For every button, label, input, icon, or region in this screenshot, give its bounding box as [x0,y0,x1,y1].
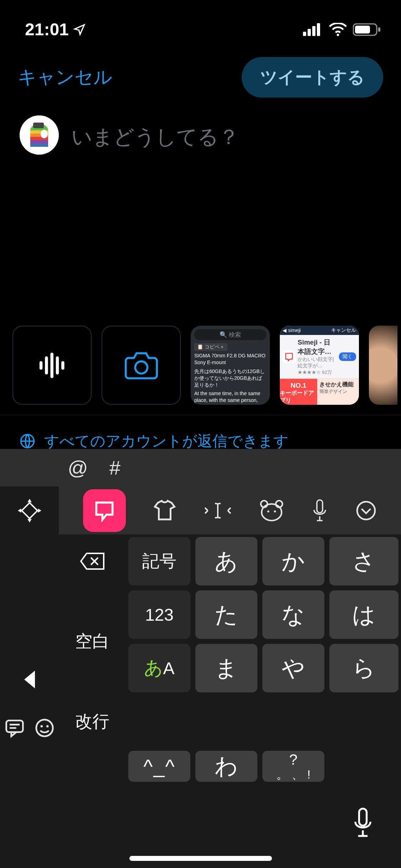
key-language[interactable]: あA [128,644,190,692]
home-indicator[interactable] [129,856,272,861]
avatar[interactable] [20,115,59,155]
key-wa[interactable]: わ [195,751,257,782]
key-space[interactable]: 空白 [59,588,126,695]
key-na[interactable]: な [262,590,324,639]
key-blank [61,751,123,782]
bear-icon[interactable] [259,500,284,522]
compose-placeholder: いまどうしてる？ [71,115,239,155]
svg-point-4 [337,33,339,36]
key-ra[interactable]: ら [329,644,399,692]
svg-rect-0 [303,32,306,36]
thumb-line: At the same time, in the same place, wit… [194,390,266,405]
key-123[interactable]: 123 [128,590,190,639]
simeji-app-icon [283,350,295,363]
chevron-down-circle-icon[interactable] [355,500,377,521]
key-ta[interactable]: た [195,590,257,639]
media-thumbnail-2[interactable]: ◀ simeji キャンセル Simeji - 日本語文字… かわいい顔文字|絵… [280,326,359,405]
svg-point-14 [41,130,48,138]
triangle-left-icon[interactable] [21,669,38,690]
thumb2-body: NO.1 キーボードアプリ きせかえ機能 簡単デザイン [280,379,359,405]
keyboard-tool-search[interactable] [83,489,126,532]
svg-rect-19 [56,356,59,374]
keyboard-cursor-nav[interactable] [0,497,59,525]
svg-rect-16 [39,361,42,370]
key-ka[interactable]: か [262,537,324,585]
svg-point-21 [135,361,147,373]
key-a[interactable]: あ [195,537,257,585]
open-badge: 開く [339,352,356,361]
wifi-icon [329,23,347,36]
key-symbols[interactable]: 記号 [128,537,190,585]
backspace-icon [79,552,105,570]
svg-rect-6 [355,26,370,33]
svg-point-38 [40,725,43,728]
camera-icon [124,348,158,382]
media-thumbnail-1[interactable]: 🔍 検索 📋 コピペ＋ SIGMA 70mm F2.8 DG MACRO Son… [191,326,270,405]
compose-area[interactable]: いまどうしてる？ [0,112,401,158]
media-row: 🔍 検索 📋 コピペ＋ SIGMA 70mm F2.8 DG MACRO Son… [0,326,401,415]
svg-rect-3 [317,23,320,36]
spaces-icon [37,350,67,381]
svg-rect-12 [30,140,48,143]
key-ya[interactable]: や [262,644,324,692]
spaces-button[interactable] [12,326,92,405]
globe-icon [20,433,35,449]
suggestion-at[interactable]: @ [68,456,88,479]
svg-point-37 [36,720,53,737]
key-sa[interactable]: さ [329,537,399,585]
keyboard-grid: 記号 あ か さ 123 た な は 空白 あA ま や ら ^_^ わ ? 。… [0,534,401,784]
microphone-icon[interactable] [311,498,328,523]
emoji-face-icon[interactable] [35,718,55,738]
svg-point-35 [357,502,375,520]
status-left: 21:01 [25,20,86,39]
svg-point-31 [262,504,282,521]
dictation-icon[interactable] [351,807,374,839]
keyboard-bottom-bar [0,784,401,868]
keyboard-left-panel [0,534,59,748]
key-backspace[interactable] [59,534,126,588]
status-right [303,23,381,36]
tweet-button[interactable]: ツイートする [242,57,383,98]
tshirt-icon[interactable] [153,499,176,522]
status-time: 21:01 [25,20,69,39]
cellular-icon [303,23,323,36]
thumb2-header: Simeji - 日本語文字… かわいい顔文字|絵文字が… ★★★★☆ 62万 … [280,335,359,379]
thumb-line: SIGMA 70mm F2.8 DG MACRO Sony E-mount [194,352,266,366]
cursor-diamond-icon [16,497,43,525]
keyboard-chat-icon[interactable] [5,718,25,738]
thumb-tag: 📋 コピペ＋ [194,343,227,351]
key-ma[interactable]: ま [195,644,257,692]
svg-rect-18 [50,352,53,378]
keyboard: @ # [0,449,401,868]
camera-button[interactable] [102,326,181,405]
media-thumbnail-3[interactable] [369,326,397,405]
status-bar: 21:01 [0,0,401,48]
svg-point-39 [46,725,48,728]
thumb2-topbar: ◀ simeji キャンセル [280,326,359,335]
key-ha[interactable]: は [329,590,399,639]
cancel-button[interactable]: キャンセル [18,65,112,90]
svg-rect-2 [312,26,315,36]
avatar-rainbow-apple-icon [20,115,59,155]
svg-point-32 [267,510,269,512]
svg-rect-7 [378,27,380,32]
battery-icon [353,23,381,36]
svg-rect-20 [61,361,65,370]
key-return[interactable]: 改行 [59,695,126,748]
keyboard-suggestion-row: @ # [0,449,401,486]
svg-rect-28 [21,502,37,518]
svg-rect-1 [308,29,311,36]
thumb-search-bar: 🔍 検索 [194,329,266,340]
svg-point-33 [274,510,276,512]
key-kaomoji[interactable]: ^_^ [128,751,190,782]
suggestion-hash[interactable]: # [109,456,120,479]
svg-rect-40 [359,808,366,826]
svg-rect-17 [45,356,48,374]
reply-settings-text: すべてのアカウントが返信できます [44,431,289,451]
compose-header: キャンセル ツイートする [0,48,401,112]
svg-rect-15 [33,123,44,128]
location-arrow-icon [73,23,86,36]
text-cursor-icon[interactable] [204,501,232,521]
chat-search-icon [92,498,117,523]
key-punctuation[interactable]: ? 。 、 ! [262,751,324,782]
